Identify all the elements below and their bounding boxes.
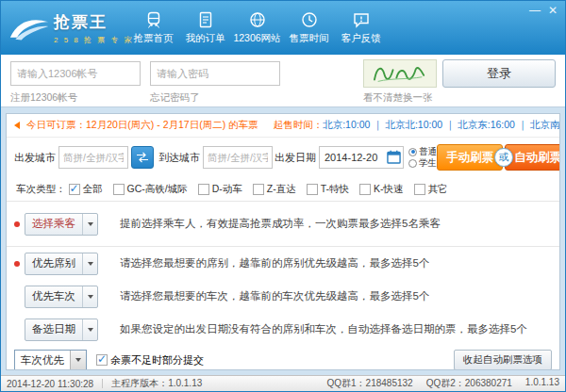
nav-label: 抢票首页 (134, 32, 174, 45)
logo-text: 抢票王 2 5 8 抢 票 专 家 (54, 11, 134, 45)
nav-label: 我的订单 (186, 32, 225, 45)
nav-item-12306-site[interactable]: 12306网站 (231, 10, 283, 45)
ticket-type-normal-radio[interactable]: 普通 (408, 146, 437, 157)
account-input[interactable] (10, 61, 141, 86)
login-button[interactable]: 登录 (442, 59, 556, 88)
sale-time-label: 起售时间： (274, 119, 324, 132)
chevron-down-icon (82, 253, 97, 274)
status-program-version: 主程序版本：1.0.1.13 (111, 377, 202, 390)
status-qq-group1: QQ群1：218485132 (327, 377, 413, 390)
checkbox-icon (253, 184, 264, 195)
arrive-city-input[interactable] (203, 146, 273, 169)
train-type-d[interactable]: D-动车 (198, 183, 242, 196)
nav-item-ticket-home[interactable]: 抢票首页 (127, 10, 179, 45)
marquee-arrow-icon (14, 122, 20, 129)
depart-city-input[interactable] (58, 146, 128, 169)
checkbox-icon (96, 354, 108, 366)
minimize-button[interactable]: — (529, 5, 541, 16)
order-mode-select[interactable]: 车次优先 (14, 350, 87, 370)
booking-panel: 今日可订票：12月20日(周六) - 2月17日(周二) 的车票 起售时间： 北… (6, 113, 560, 370)
radio-icon (408, 159, 417, 168)
chevron-down-icon (70, 351, 86, 369)
nav-item-my-orders[interactable]: 我的订单 (179, 10, 231, 45)
nav-label: 12306网站 (233, 32, 280, 45)
train-type-z[interactable]: Z-直达 (253, 183, 296, 196)
login-bar: 注册12306帐号 忘记密码了 看不清楚换一张 登录 (1, 55, 565, 107)
partial-submit-checkbox[interactable]: 余票不足时部分提交 (96, 353, 204, 368)
ticket-type-radios: 普通 学生 (408, 146, 437, 169)
seat-priority-desc: 请选择您最想要的席别，越靠前的席别优先级越高，最多选择5个 (120, 256, 429, 270)
train-priority-section: 优先车次 请选择您最想要的车次，越靠前的车次优先级越高，最多选择5个 (7, 280, 559, 313)
sale-time-values: 北京:10:00 ｜ 北京北:10:00 ｜ 北京东:16:00 ｜ 北京南:1… (323, 119, 559, 132)
partial-submit-label: 余票不足时部分提交 (110, 353, 204, 368)
logo-swoosh-icon (8, 15, 50, 41)
train-type-t[interactable]: T-特快 (307, 183, 349, 196)
refresh-buttons: 手动刷票 或 自动刷票 (437, 144, 560, 171)
status-qq-group2: QQ群2：206380271 (426, 377, 512, 390)
ticket-type-student-label: 学生 (419, 157, 437, 169)
alt-date-desc: 如果您设定的出发日期没有符合的席别和车次，自动选择备选日期的票，最多选择5个 (120, 322, 527, 336)
captcha-image[interactable] (363, 59, 437, 88)
ticket-type-student-radio[interactable]: 学生 (408, 157, 437, 169)
depart-date-label: 出发日期 (275, 151, 316, 165)
forgot-password-link[interactable]: 忘记密码了 (150, 91, 200, 105)
clock-icon (300, 10, 319, 29)
required-dot (14, 221, 20, 227)
chevron-down-icon (82, 214, 97, 235)
manual-refresh-button[interactable]: 手动刷票 (437, 144, 503, 171)
checkbox-icon (198, 184, 209, 195)
seat-priority-dropdown[interactable]: 优先席别 (25, 253, 98, 275)
checkbox-icon (113, 184, 125, 195)
train-type-all[interactable]: 全部 (69, 183, 103, 196)
close-button[interactable]: ✕ (548, 5, 558, 16)
seat-priority-section: 优先席别 请选择您最想要的席别，越靠前的席别优先级越高，最多选择5个 (7, 247, 559, 280)
app-header: 抢票王 2 5 8 抢 票 专 家 抢票首页 我的订单 (1, 1, 565, 55)
checkbox-icon (414, 184, 425, 195)
checkbox-icon (307, 184, 318, 195)
nav-item-sale-time[interactable]: 售票时间 (283, 10, 335, 45)
nav-item-feedback[interactable]: 客户反馈 (335, 10, 387, 45)
app-subtitle: 2 5 8 抢 票 专 家 (54, 35, 134, 45)
status-divider (102, 379, 103, 388)
alt-date-dropdown[interactable]: 备选日期 (25, 318, 98, 341)
main-area: 今日可订票：12月20日(周六) - 2月17日(周二) 的车票 起售时间： 北… (1, 108, 565, 375)
status-right: QQ群1：218485132 QQ群2：206380271 1.0.1.13 (327, 377, 560, 390)
app-title: 抢票王 (54, 11, 134, 33)
select-passenger-button[interactable]: 选择乘客 (25, 213, 98, 236)
booking-range-text: 今日可订票：12月20日(周六) - 2月17日(周二) 的车票 (26, 119, 258, 132)
globe-icon (248, 10, 267, 29)
feedback-icon (352, 10, 371, 29)
depart-city-label: 出发城市 (14, 151, 56, 165)
captcha-refresh-link[interactable]: 看不清楚换一张 (363, 91, 433, 105)
ticket-type-normal-label: 普通 (419, 146, 437, 157)
nav-label: 客户反馈 (341, 32, 381, 45)
status-version: 1.0.1.13 (525, 377, 559, 390)
calendar-icon[interactable] (387, 150, 401, 164)
swap-cities-button[interactable] (131, 146, 154, 169)
app-logo: 抢票王 2 5 8 抢 票 专 家 (1, 11, 120, 45)
status-datetime: 2014-12-20 11:30:28 (7, 379, 93, 389)
chevron-down-icon (82, 286, 97, 307)
main-nav: 抢票首页 我的订单 12306网站 售票时间 (127, 10, 387, 45)
depart-date-field (319, 146, 404, 169)
train-priority-desc: 请选择您最想要的车次，越靠前的车次优先级越高，最多选择5个 (120, 289, 429, 303)
radio-icon (408, 148, 417, 156)
train-type-k[interactable]: K-快速 (359, 183, 404, 196)
status-bar: 2014-12-20 11:30:28 主程序版本：1.0.1.13 QQ群1：… (1, 375, 565, 391)
register-link[interactable]: 注册12306帐号 (10, 91, 77, 105)
nav-label: 售票时间 (290, 32, 329, 45)
checkbox-icon (69, 184, 80, 195)
required-dot (14, 261, 20, 267)
train-type-gc[interactable]: GC-高铁/城际 (113, 183, 188, 196)
collapse-auto-options-button[interactable]: 收起自动刷票选项 (454, 350, 552, 370)
app-window: 抢票王 2 5 8 抢 票 专 家 抢票首页 我的订单 (0, 0, 566, 392)
options-row: 车次优先 余票不足时部分提交 收起自动刷票选项 (7, 346, 559, 370)
passenger-section: 选择乘客 提前选择乘车人，有效提高抢票成功率，一次购票最多选择5名乘客 (7, 202, 559, 247)
password-input[interactable] (150, 61, 280, 86)
notice-bar: 今日可订票：12月20日(周六) - 2月17日(周二) 的车票 起售时间： 北… (7, 114, 559, 138)
train-priority-dropdown[interactable]: 优先车次 (25, 286, 98, 308)
train-type-other[interactable]: 其它 (414, 183, 448, 196)
or-badge: 或 (494, 148, 513, 167)
train-type-row: 车次类型： 全部 GC-高铁/城际 D-动车 Z-直达 (7, 177, 559, 202)
train-type-label: 车次类型： (16, 183, 66, 196)
